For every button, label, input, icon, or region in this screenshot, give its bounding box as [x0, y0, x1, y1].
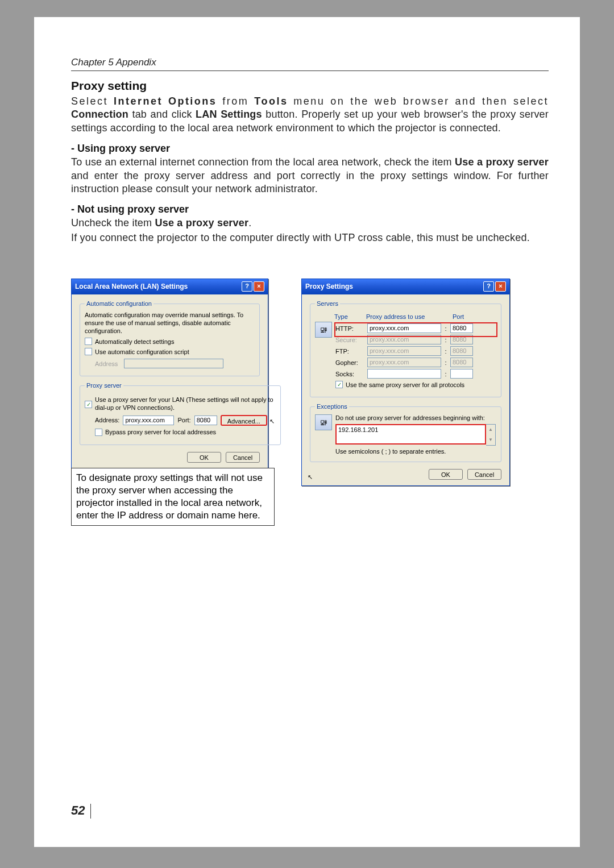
- advanced-button[interactable]: Advanced...: [221, 415, 267, 426]
- cursor-icon: ↖: [269, 418, 275, 425]
- help-icon[interactable]: ?: [483, 281, 494, 292]
- exceptions-icon: 🖳: [315, 414, 332, 430]
- exceptions-textarea[interactable]: [335, 424, 486, 445]
- socks-label: Socks:: [335, 371, 364, 377]
- script-address-label: Address: [95, 360, 121, 367]
- exceptions-note: Use semicolons ( ; ) to separate entries…: [335, 448, 496, 456]
- sub1-paragraph: To use an external internet connection f…: [71, 156, 549, 196]
- sub2-title: - Not using proxy server: [71, 203, 549, 215]
- proxy-server-group: Proxy server ✓ Use a proxy server for yo…: [80, 382, 281, 445]
- proxy-address-label: Address:: [95, 417, 119, 423]
- exceptions-legend: Exceptions: [315, 403, 349, 410]
- script-address-input: [124, 359, 223, 368]
- secure-port-input: 8080: [450, 335, 473, 344]
- sub1-title: - Using proxy server: [71, 143, 549, 155]
- use-proxy-checkbox[interactable]: ✓: [85, 401, 92, 408]
- lan-settings-dialog: Local Area Network (LAN) Settings ? × Au…: [71, 279, 268, 469]
- lan-cancel-button[interactable]: Cancel: [226, 452, 260, 463]
- document-page: Chapter 5 Appendix Proxy setting Select …: [34, 17, 580, 847]
- http-addr-input[interactable]: proxy.xxx.com: [367, 323, 441, 333]
- sub2-paragraph-2: If you connect the projector to the comp…: [71, 231, 549, 244]
- auto-config-group: Automatic configuration Automatic config…: [80, 300, 260, 376]
- auto-text: Automatic configuration may override man…: [85, 312, 255, 335]
- col-port: Port: [453, 313, 475, 320]
- proxy-legend: Proxy server: [85, 382, 123, 389]
- use-proxy-label: Use a proxy server for your LAN (These s…: [95, 396, 276, 412]
- same-proxy-label: Use the same proxy server for all protoc…: [346, 381, 464, 388]
- http-label: HTTP:: [335, 325, 364, 332]
- servers-legend: Servers: [315, 300, 340, 307]
- cursor-icon: ↖: [308, 474, 457, 481]
- socks-port-input[interactable]: [450, 369, 473, 379]
- socks-addr-input[interactable]: [367, 369, 441, 379]
- proxy-cancel-button[interactable]: Cancel: [467, 469, 501, 480]
- chapter-header: Chapter 5 Appendix: [71, 57, 549, 71]
- auto-script-label: Use automatic configuration script: [95, 348, 189, 355]
- proxy-settings-dialog: Proxy Settings ? × Servers Type Proxy ad…: [301, 279, 510, 486]
- close-icon[interactable]: ×: [495, 281, 506, 292]
- auto-detect-checkbox[interactable]: ✓: [85, 338, 92, 345]
- proxy-title-text: Proxy Settings: [305, 283, 482, 290]
- gopher-label: Gopher:: [335, 359, 364, 366]
- secure-addr-input: proxy.xxx.com: [367, 335, 441, 344]
- lan-ok-button[interactable]: OK: [187, 452, 221, 463]
- section-title: Proxy setting: [71, 79, 549, 93]
- servers-icon: 🖳: [315, 322, 332, 338]
- auto-script-checkbox[interactable]: ✓: [85, 348, 92, 355]
- sub2-paragraph-1: Uncheck the item Use a proxy server.: [71, 217, 549, 230]
- proxy-titlebar[interactable]: Proxy Settings ? ×: [302, 279, 509, 294]
- same-proxy-checkbox[interactable]: ✓: [335, 381, 343, 388]
- exceptions-text: Do not use proxy server for addresses be…: [335, 414, 496, 422]
- bypass-local-checkbox[interactable]: ✓: [95, 429, 102, 436]
- proxy-port-input[interactable]: 8080: [194, 416, 217, 425]
- help-icon[interactable]: ?: [242, 281, 252, 292]
- col-addr: Proxy address to use: [366, 313, 440, 320]
- secure-label: Secure:: [335, 337, 364, 343]
- ftp-addr-input: proxy.xxx.com: [367, 346, 441, 356]
- servers-group: Servers Type Proxy address to use Port 🖳: [310, 300, 501, 397]
- lan-title-text: Local Area Network (LAN) Settings: [75, 283, 240, 290]
- page-number: 52: [71, 803, 89, 819]
- http-port-input[interactable]: 8080: [450, 323, 473, 333]
- ftp-label: FTP:: [335, 348, 364, 355]
- lan-titlebar[interactable]: Local Area Network (LAN) Settings ? ×: [72, 279, 268, 294]
- proxy-address-input[interactable]: proxy.xxx.com: [123, 416, 174, 425]
- gopher-port-input: 8080: [450, 358, 473, 367]
- auto-legend: Automatic configuration: [85, 300, 154, 307]
- ftp-port-input: 8080: [450, 346, 473, 356]
- proxy-port-label: Port:: [177, 417, 190, 423]
- gopher-addr-input: proxy.xxx.com: [367, 358, 441, 367]
- close-icon[interactable]: ×: [254, 281, 264, 292]
- auto-detect-label: Automatically detect settings: [95, 338, 174, 345]
- scroll-buttons[interactable]: ▲▼: [486, 424, 496, 446]
- intro-paragraph: Select Internet Options from Tools menu …: [71, 95, 549, 135]
- exceptions-group: Exceptions 🖳 Do not use proxy server for…: [310, 403, 501, 462]
- bypass-local-label: Bypass proxy server for local addresses: [105, 429, 216, 435]
- col-type: Type: [334, 313, 363, 320]
- callout-caption: To designate proxy settings that will no…: [71, 468, 275, 526]
